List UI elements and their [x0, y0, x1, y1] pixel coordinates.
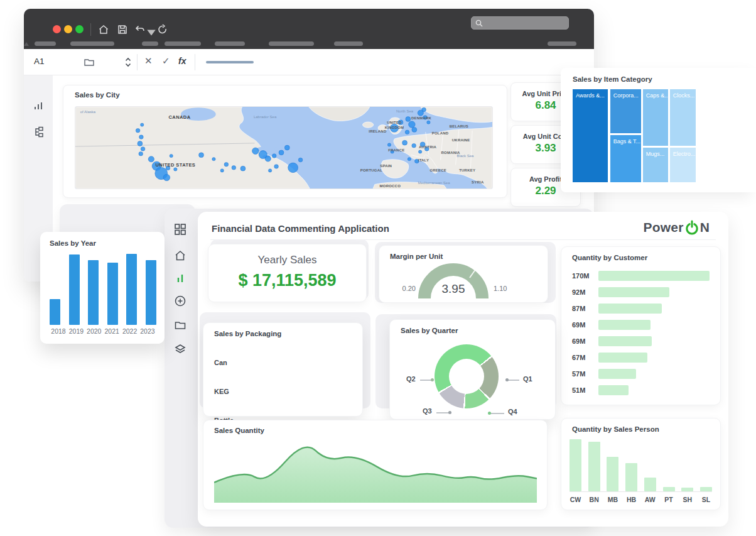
menu-item[interactable] [269, 41, 314, 46]
world-map[interactable]: of AlaskaCANADAUNITED STATESLabrador Sea… [75, 106, 493, 189]
axis-label: PT [663, 496, 675, 503]
treemap-chart[interactable]: Awards &...Corpora...Bags & T...Caps &..… [573, 89, 696, 182]
add-icon[interactable] [173, 294, 187, 308]
insert-function-button[interactable]: fx [178, 56, 186, 66]
map-label: Labrador Sea [254, 115, 276, 119]
search-icon [475, 19, 483, 28]
map-label: AUSTRIA [419, 145, 436, 149]
treemap-block[interactable]: Caps &... [643, 89, 668, 146]
bar[interactable] [598, 271, 710, 281]
folder-icon[interactable] [84, 57, 95, 68]
menu-item[interactable] [165, 41, 201, 46]
bar[interactable] [681, 488, 693, 491]
row-label: 69M [572, 337, 598, 345]
bar-chart-icon[interactable] [33, 101, 45, 113]
undo-dropdown-caret[interactable] [146, 27, 151, 38]
page-title: Financial Data Commenting Application [212, 223, 389, 234]
folder-icon[interactable] [173, 318, 187, 332]
dashboard-grid-icon[interactable] [173, 222, 187, 236]
treemap-block[interactable]: Electro... [670, 148, 696, 183]
donut-label-q3: Q3 [423, 407, 432, 415]
bar[interactable] [598, 353, 647, 363]
row-label: 92M [572, 288, 598, 296]
home-icon[interactable] [173, 249, 187, 263]
treemap-block[interactable]: Awards &... [573, 89, 608, 182]
close-window-button[interactable] [53, 25, 61, 33]
bar[interactable] [700, 487, 712, 491]
bar[interactable] [88, 260, 99, 325]
bar[interactable] [588, 442, 600, 491]
bar[interactable] [598, 369, 636, 379]
bar[interactable] [107, 263, 118, 325]
menu-item[interactable] [142, 41, 158, 46]
layers-icon[interactable] [173, 342, 187, 356]
minimize-window-button[interactable] [64, 25, 72, 33]
bar[interactable] [570, 439, 581, 491]
menu-item[interactable] [548, 41, 576, 46]
chart-title: Sales by Item Category [573, 75, 652, 83]
bar[interactable] [598, 320, 651, 330]
sales-quantity-card: Sales Quantity [203, 420, 548, 510]
bar[interactable] [50, 299, 60, 325]
map-label: POLAND [432, 131, 449, 135]
treemap-block[interactable]: Bags & T... [610, 135, 641, 182]
year-bar-chart[interactable] [50, 254, 156, 325]
save-icon[interactable] [117, 24, 128, 35]
bar-row: 92M [572, 284, 710, 300]
sales-quantity-area-chart[interactable] [214, 437, 537, 503]
salesperson-bar-chart[interactable] [570, 439, 712, 492]
bar[interactable] [663, 487, 675, 491]
bar[interactable] [69, 254, 80, 325]
bar[interactable] [598, 385, 629, 395]
undo-icon[interactable] [134, 24, 146, 35]
formula-bar-divider [137, 54, 138, 70]
menu-item[interactable] [334, 41, 363, 46]
menu-item[interactable] [215, 41, 245, 46]
redo-icon[interactable] [157, 24, 168, 35]
chart-icon-active[interactable] [173, 271, 187, 285]
margin-per-unit-card: Margin per Unit 0.20 3.95 1.10 [379, 245, 548, 303]
bar-row: 67M [572, 349, 710, 366]
cell-reference-box[interactable]: A1 [34, 57, 45, 66]
yearly-sales-card: Yearly Sales $ 17,115,589 [208, 244, 367, 302]
bar[interactable] [598, 336, 652, 346]
treemap-block[interactable]: Corpora... [610, 89, 641, 133]
chart-title: Sales by City [75, 91, 120, 99]
map-label: UNITED STATES [156, 162, 196, 168]
treemap-block[interactable]: Mugs... [643, 148, 668, 183]
menu-item[interactable] [35, 41, 56, 46]
packaging-bar-chart[interactable]: CanKEGBottle [214, 348, 352, 410]
map-label: BELARUS [450, 124, 468, 128]
customer-bar-chart[interactable]: 170M92M87M69M69M67M57M51M [572, 268, 710, 398]
quarter-donut-chart[interactable] [435, 344, 499, 408]
maximize-window-button[interactable] [75, 25, 84, 33]
map-label: SYRIA [472, 180, 483, 184]
donut-label-q2: Q2 [406, 375, 416, 383]
bar[interactable] [644, 478, 656, 491]
bar[interactable] [607, 457, 618, 491]
bar[interactable] [146, 260, 156, 325]
gauge-value: 3.95 [435, 282, 472, 296]
bar[interactable] [598, 304, 662, 314]
bar-row: KEG [214, 377, 352, 406]
map-label: of Alaska [80, 110, 95, 114]
bar[interactable] [598, 287, 669, 297]
menu-item[interactable] [70, 41, 114, 46]
map-label: GREECE [429, 168, 446, 172]
map-label: CANADA [169, 114, 191, 119]
sales-by-packaging-card: Sales by Packaging CanKEGBottle [203, 322, 363, 417]
treemap-block[interactable]: Clocks... [670, 89, 696, 146]
bar[interactable] [625, 463, 637, 491]
formula-content-placeholder[interactable] [206, 61, 254, 63]
cancel-entry-icon[interactable]: ✕ [144, 55, 153, 67]
axis-label: 2022 [121, 327, 139, 335]
bar[interactable] [126, 254, 137, 325]
collapse-ribbon-caret[interactable] [24, 42, 29, 46]
formula-bar: A1 ✕ ✓ fx [24, 49, 594, 75]
confirm-entry-icon[interactable]: ✓ [162, 55, 170, 67]
search-input[interactable] [471, 16, 569, 30]
cell-stepper[interactable] [122, 57, 134, 68]
hierarchy-icon[interactable] [33, 126, 45, 138]
home-icon[interactable] [98, 24, 109, 35]
row-label: KEG [214, 388, 247, 395]
